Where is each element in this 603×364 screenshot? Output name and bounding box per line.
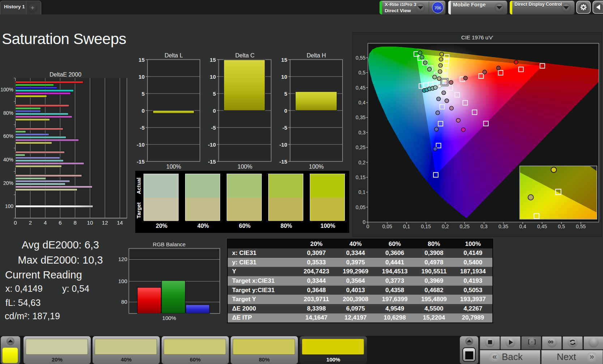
svg-text:5: 5: [213, 91, 216, 97]
svg-text:10: 10: [87, 220, 93, 226]
svg-text:0,05: 0,05: [356, 204, 365, 210]
svg-text:100%: 100%: [162, 315, 176, 321]
svg-text:10: 10: [210, 74, 216, 80]
svg-text:0,3: 0,3: [359, 130, 366, 135]
svg-text:0,2: 0,2: [359, 160, 366, 165]
svg-text:6: 6: [59, 220, 61, 226]
svg-text:0,3: 0,3: [480, 224, 488, 229]
svg-text:0,25: 0,25: [356, 144, 365, 150]
svg-text:-5: -5: [140, 125, 145, 131]
svg-text:100%: 100%: [166, 164, 181, 170]
svg-text:8: 8: [73, 220, 76, 226]
svg-text:0: 0: [213, 108, 216, 114]
svg-text:0,35: 0,35: [499, 224, 508, 229]
svg-text:0,55: 0,55: [576, 224, 586, 229]
svg-text:5: 5: [284, 91, 287, 97]
svg-text:100: 100: [5, 203, 14, 209]
svg-text:0,4: 0,4: [519, 224, 526, 229]
svg-text:0,25: 0,25: [460, 224, 470, 229]
svg-text:0: 0: [142, 108, 145, 114]
svg-text:Delta L: Delta L: [164, 52, 183, 58]
svg-text:0,05: 0,05: [382, 224, 392, 229]
svg-text:Delta H: Delta H: [307, 52, 326, 58]
svg-text:12: 12: [102, 220, 108, 226]
svg-text:4: 4: [44, 220, 47, 226]
svg-text:14: 14: [117, 220, 123, 226]
svg-text:-15: -15: [279, 159, 287, 165]
svg-text:CIE 1976 u'v': CIE 1976 u'v': [461, 34, 493, 40]
svg-text:0,4: 0,4: [359, 100, 366, 105]
svg-text:0,45: 0,45: [356, 85, 365, 91]
svg-text:0,5: 0,5: [558, 224, 565, 229]
svg-text:40%: 40%: [3, 157, 13, 162]
svg-text:0,1: 0,1: [403, 224, 410, 229]
svg-text:15: 15: [210, 57, 216, 63]
svg-text:-10: -10: [208, 142, 216, 148]
svg-text:100%: 100%: [238, 164, 252, 170]
svg-text:0,45: 0,45: [537, 224, 547, 229]
svg-text:10: 10: [138, 74, 145, 80]
svg-text:RGB Balance: RGB Balance: [153, 241, 186, 247]
svg-text:2: 2: [29, 220, 32, 226]
svg-text:60%: 60%: [3, 133, 13, 139]
svg-text:-10: -10: [279, 142, 287, 148]
svg-text:0: 0: [14, 220, 17, 226]
svg-text:0,55: 0,55: [356, 55, 365, 61]
svg-text:15: 15: [281, 57, 287, 63]
svg-text:20%: 20%: [3, 180, 13, 186]
svg-text:100%: 100%: [0, 87, 13, 92]
svg-text:0,15: 0,15: [421, 224, 431, 229]
svg-text:15: 15: [138, 57, 145, 63]
svg-text:-5: -5: [211, 125, 216, 131]
svg-text:DeltaE 2000: DeltaE 2000: [50, 72, 81, 78]
svg-text:0,15: 0,15: [356, 174, 365, 180]
svg-text:120: 120: [118, 256, 127, 262]
svg-text:0,1: 0,1: [359, 189, 366, 195]
svg-text:10: 10: [281, 74, 287, 80]
svg-text:-15: -15: [137, 159, 145, 165]
svg-text:80: 80: [121, 299, 127, 305]
svg-text:-5: -5: [282, 125, 287, 131]
svg-text:100%: 100%: [309, 164, 324, 170]
svg-text:100: 100: [118, 278, 127, 284]
svg-text:-10: -10: [137, 142, 145, 148]
svg-text:-15: -15: [208, 159, 216, 165]
svg-text:0: 0: [367, 224, 369, 229]
svg-text:Delta C: Delta C: [235, 52, 255, 58]
svg-text:0,35: 0,35: [356, 114, 365, 120]
svg-text:0,2: 0,2: [442, 224, 449, 229]
svg-text:0: 0: [363, 219, 365, 225]
svg-text:80%: 80%: [3, 110, 13, 116]
svg-text:0: 0: [284, 108, 287, 114]
svg-text:5: 5: [142, 91, 145, 97]
svg-text:0,5: 0,5: [359, 70, 366, 75]
